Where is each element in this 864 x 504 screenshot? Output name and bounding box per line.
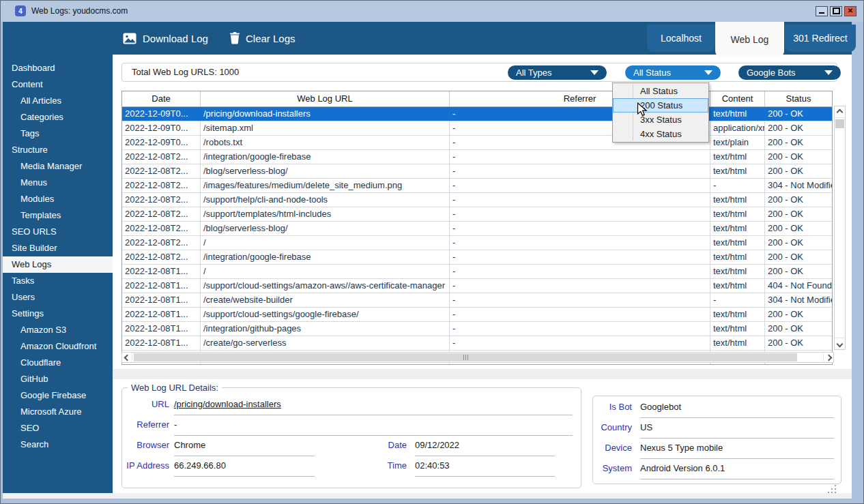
sidebar-item-tags[interactable]: Tags — [3, 125, 113, 142]
sidebar-item-dashboard[interactable]: Dashboard — [3, 60, 113, 76]
cell: 200 - OK — [765, 222, 832, 235]
cell: 200 - OK — [765, 136, 832, 149]
column-header-status[interactable]: Status — [765, 91, 832, 106]
tab-web-log[interactable]: Web Log — [715, 22, 784, 57]
cell: /support/cloud-settings/amazon-aws//aws-… — [201, 279, 450, 293]
all-types-dropdown[interactable]: All Types — [508, 65, 607, 80]
horizontal-scroll-thumb[interactable] — [134, 353, 797, 361]
close-button[interactable]: ✕ — [844, 6, 856, 16]
titlebar[interactable]: 4 Web Logs: youdocms.com ✕ — [0, 0, 864, 22]
device-value: Nexus 5 Type mobile — [640, 443, 723, 453]
table-row[interactable]: 2022-12-08T2.../-text/html200 - OK — [122, 236, 832, 250]
cell: 200 - OK — [765, 107, 832, 121]
horizontal-scrollbar[interactable] — [121, 352, 834, 363]
minimize-icon — [819, 12, 824, 14]
ip-address-label: IP Address — [122, 460, 169, 471]
table-row[interactable]: 2022-12-09T0.../robots.txt-text/plain200… — [122, 136, 832, 150]
download-log-button[interactable]: Download Log — [123, 22, 208, 55]
sidebar-item-templates[interactable]: Templates — [3, 207, 113, 224]
table-row[interactable]: 2022-12-08T1.../create/website-builder--… — [122, 293, 832, 308]
browser-label: Browser — [122, 440, 169, 450]
all-status-dropdown[interactable]: All Status — [625, 65, 721, 80]
google-bots-dropdown[interactable]: Google Bots — [738, 65, 841, 80]
cell: /sitemap.xml — [201, 121, 450, 135]
table-row[interactable]: 2022-12-08T1.../support/cloud-settings/a… — [122, 279, 832, 293]
maximize-button[interactable] — [830, 6, 842, 16]
sidebar-item-github[interactable]: GitHub — [3, 371, 113, 387]
sidebar-item-seo[interactable]: SEO — [3, 420, 113, 436]
cell: /integration/google-firebase — [201, 250, 450, 264]
tab-301-redirect[interactable]: 301 Redirect — [785, 25, 856, 52]
clear-logs-label: Clear Logs — [246, 33, 296, 44]
cell: 2022-12-08T1... — [122, 279, 201, 293]
table-row[interactable]: 2022-12-08T2.../images/features/medium/d… — [122, 179, 832, 193]
scroll-right-button[interactable] — [823, 353, 833, 362]
clear-logs-button[interactable]: Clear Logs — [230, 22, 296, 55]
menu-item-200-status[interactable]: 200 Status — [613, 98, 708, 113]
sidebar: DashboardContentAll ArticlesCategoriesTa… — [3, 55, 113, 493]
cell: 2022-12-08T2... — [122, 236, 201, 250]
sidebar-item-amazon-s3[interactable]: Amazon S3 — [3, 322, 113, 338]
scroll-left-icon — [124, 354, 130, 361]
menu-item-3xx-status[interactable]: 3xx Status — [613, 113, 708, 127]
sidebar-item-google-firebase[interactable]: Google Firebase — [3, 387, 113, 404]
table-row[interactable]: 2022-12-08T2.../blog/serverless-blog/-te… — [122, 164, 832, 179]
table-row[interactable]: 2022-12-08T2.../integration/google-fireb… — [122, 250, 832, 265]
table-row[interactable]: 2022-12-08T1.../create/go-serverless-tex… — [122, 336, 832, 351]
table-row[interactable]: 2022-12-08T1.../integration/github-pages… — [122, 322, 832, 336]
column-header-web-log-url[interactable]: Web Log URL — [201, 91, 450, 106]
column-header-content[interactable]: Content — [710, 91, 765, 106]
sidebar-item-menus[interactable]: Menus — [3, 175, 113, 191]
vertical-scroll-thumb[interactable] — [835, 119, 844, 128]
sidebar-item-modules[interactable]: Modules — [3, 191, 113, 207]
sidebar-item-structure[interactable]: Structure — [3, 142, 113, 158]
date-label: Date — [366, 440, 407, 450]
sidebar-item-media-manager[interactable]: Media Manager — [3, 158, 113, 175]
table-row[interactable]: 2022-12-09T0.../pricing/download-install… — [122, 107, 832, 121]
sidebar-item-microsoft-azure[interactable]: Microsoft Azure — [3, 404, 113, 420]
sidebar-item-search[interactable]: Search — [3, 436, 113, 453]
panel-divider — [113, 369, 852, 379]
tab-localhost[interactable]: Localhost — [647, 25, 715, 52]
cell: - — [450, 179, 710, 192]
menu-item-4xx-status[interactable]: 4xx Status — [613, 127, 708, 141]
sidebar-item-categories[interactable]: Categories — [3, 109, 113, 125]
sidebar-item-all-articles[interactable]: All Articles — [3, 93, 113, 109]
sidebar-item-web-logs[interactable]: Web Logs — [3, 256, 113, 273]
table-row[interactable]: 2022-12-08T1.../support/cloud-settings/g… — [122, 308, 832, 322]
menu-item-all-status[interactable]: All Status — [613, 84, 708, 98]
sidebar-item-content[interactable]: Content — [3, 76, 113, 93]
cell: - — [710, 179, 765, 192]
table-row[interactable]: 2022-12-08T2.../integration/google-fireb… — [122, 150, 832, 164]
table-row[interactable]: 2022-12-08T2.../support/templates/html-i… — [122, 207, 832, 222]
sidebar-item-cloudflare[interactable]: Cloudflare — [3, 355, 113, 371]
cell: 2022-12-08T1... — [122, 336, 201, 350]
sidebar-item-settings[interactable]: Settings — [3, 306, 113, 322]
table-row[interactable]: 2022-12-09T0.../sitemap.xml-application/… — [122, 121, 832, 136]
table-row[interactable]: 2022-12-08T2.../support/help/cli-and-nod… — [122, 193, 832, 207]
sidebar-item-users[interactable]: Users — [3, 289, 113, 306]
scroll-up-button[interactable] — [835, 106, 845, 118]
sidebar-item-amazon-cloudfront[interactable]: Amazon Cloudfront — [3, 338, 113, 355]
table-row[interactable]: 2022-12-08T2.../blog/serverless-blog/-te… — [122, 222, 832, 236]
column-header-date[interactable]: Date — [122, 91, 201, 106]
sidebar-item-site-builder[interactable]: Site Builder — [3, 240, 113, 256]
table-row[interactable]: 2022-12-08T1.../-text/html200 - OK — [122, 265, 832, 279]
sidebar-item-tasks[interactable]: Tasks — [3, 273, 113, 289]
minimize-button[interactable] — [816, 6, 828, 16]
url-value-link[interactable]: /pricing/download-installers — [174, 399, 281, 409]
field-underline — [174, 415, 573, 415]
sidebar-item-seo-urls[interactable]: SEO URLS — [3, 224, 113, 240]
cell: /support/templates/html-includes — [201, 207, 450, 221]
scroll-down-button[interactable] — [835, 338, 845, 349]
vertical-scrollbar[interactable] — [834, 106, 846, 350]
resize-grip-icon[interactable] — [828, 485, 837, 494]
scroll-grip-icon — [465, 355, 466, 360]
browser-value: Chrome — [174, 440, 205, 450]
status-dropdown-menu: All Status200 Status3xx Status4xx Status — [612, 83, 709, 143]
status-menu-items: All Status200 Status3xx Status4xx Status — [613, 84, 708, 141]
close-icon: ✕ — [848, 8, 853, 14]
details-panel: Web Log URL Details: URL /pricing/downlo… — [121, 387, 581, 488]
cell: 2022-12-08T1... — [122, 322, 201, 336]
scroll-left-button[interactable] — [122, 353, 132, 362]
